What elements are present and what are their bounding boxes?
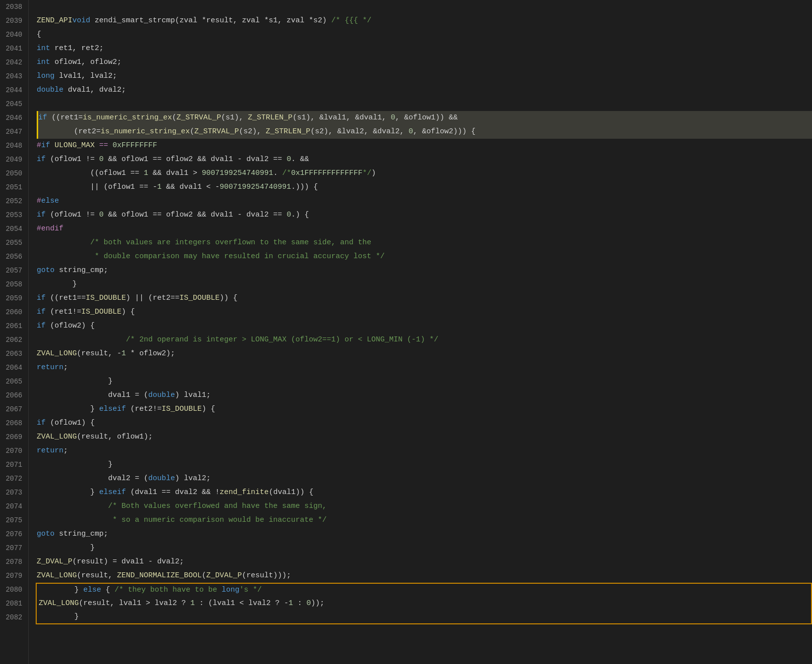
line-number: 2046 [4, 111, 22, 125]
code-line: /* 2nd operand is integer > LONG_MAX (of… [37, 333, 812, 347]
code-line: /* both values are integers overflown to… [37, 236, 812, 250]
line-number: 2079 [4, 569, 22, 583]
line-number: 2067 [4, 402, 22, 416]
line-number: 2078 [4, 555, 22, 569]
line-number: 2069 [4, 430, 22, 444]
line-number: 2070 [4, 444, 22, 458]
line-number: 2045 [4, 97, 22, 111]
code-line: goto string_cmp; [37, 264, 812, 277]
line-number: 2080 [4, 583, 22, 597]
code-line: ZEND_API void zendi_smart_strcmp(zval *r… [37, 14, 812, 28]
code-line: dval1 = (double) lval1; [37, 388, 812, 402]
line-number: 2075 [4, 513, 22, 527]
code-line: * so a numeric comparison would be inacc… [37, 513, 812, 527]
code-line: #endif [37, 222, 812, 236]
code-line: } else if (ret2!=IS_DOUBLE) { [37, 402, 812, 416]
line-number: 2057 [4, 264, 22, 277]
line-number: 2058 [4, 277, 22, 291]
line-number: 2038 [4, 0, 22, 14]
line-number: 2044 [4, 83, 22, 97]
line-number: 2065 [4, 375, 22, 388]
line-number: 2068 [4, 416, 22, 430]
code-line: ZVAL_LONG(result, -1 * oflow2); [37, 347, 812, 361]
code-line: #if ULONG_MAX == 0xFFFFFFFF [37, 139, 812, 153]
line-number: 2053 [4, 208, 22, 222]
code-line: } [36, 610, 812, 624]
code-line: (ret2=is_numeric_string_ex(Z_STRVAL_P(s2… [37, 125, 812, 139]
line-number: 2040 [4, 28, 22, 42]
code-line: } [37, 541, 812, 555]
line-number: 2039 [4, 14, 22, 28]
line-number: 2043 [4, 69, 22, 83]
line-number: 2055 [4, 236, 22, 250]
line-number: 2062 [4, 333, 22, 347]
line-number: 2059 [4, 291, 22, 305]
code-line: double dval1, dval2; [37, 83, 812, 97]
code-line: ZVAL_LONG(result, oflow1); [37, 430, 812, 444]
code-line: long lval1, lval2; [37, 69, 812, 83]
line-number: 2061 [4, 319, 22, 333]
code-line: int ret1, ret2; [37, 42, 812, 55]
code-line: if (oflow2) { [37, 319, 812, 333]
code-line: int oflow1, oflow2; [37, 55, 812, 69]
line-number: 2076 [4, 527, 22, 541]
code-line: } else { /* they both have to be long's … [36, 583, 812, 597]
code-line: * double comparison may have resulted in… [37, 250, 812, 264]
code-line: #else [37, 194, 812, 208]
line-number: 2072 [4, 472, 22, 486]
code-line: } [37, 375, 812, 388]
line-number: 2082 [4, 610, 22, 624]
code-line: if (oflow1) { [37, 416, 812, 430]
code-line: if ((ret1=is_numeric_string_ex(Z_STRVAL_… [37, 111, 812, 125]
line-number: 2050 [4, 166, 22, 180]
line-number: 2066 [4, 388, 22, 402]
code-line: if (oflow1 != 0 && oflow1 == oflow2 && d… [37, 153, 812, 166]
code-line: || (oflow1 == -1 && dval1 < -90071992547… [37, 180, 812, 194]
line-number: 2077 [4, 541, 22, 555]
code-line: } [37, 458, 812, 472]
code-container: 2038203920402041204220432044204520462047… [0, 0, 812, 664]
line-number: 2071 [4, 458, 22, 472]
code-line [37, 0, 812, 14]
line-number: 2049 [4, 153, 22, 166]
line-number: 2064 [4, 361, 22, 375]
line-number: 2051 [4, 180, 22, 194]
code-line: dval2 = (double) lval2; [37, 472, 812, 486]
line-numbers: 2038203920402041204220432044204520462047… [0, 0, 29, 664]
code-line: return; [37, 444, 812, 458]
code-line: ZVAL_LONG(result, lval1 > lval2 ? 1 : (l… [36, 597, 812, 610]
line-number: 2073 [4, 486, 22, 499]
code-line [37, 97, 812, 111]
code-line: ZVAL_LONG(result, ZEND_NORMALIZE_BOOL(Z_… [37, 569, 812, 583]
code-line: Z_DVAL_P(result) = dval1 - dval2; [37, 555, 812, 569]
code-line: if (oflow1 != 0 && oflow1 == oflow2 && d… [37, 208, 812, 222]
line-number: 2054 [4, 222, 22, 236]
line-number: 2042 [4, 55, 22, 69]
code-line: ((oflow1 == 1 && dval1 > 900719925474099… [37, 166, 812, 180]
code-line: return; [37, 361, 812, 375]
code-line: if ((ret1==IS_DOUBLE) || (ret2==IS_DOUBL… [37, 291, 812, 305]
code-line: goto string_cmp; [37, 527, 812, 541]
code-line: /* Both values overflowed and have the s… [37, 499, 812, 513]
code-line: { [37, 28, 812, 42]
code-line: } else if (dval1 == dval2 && !zend_finit… [37, 486, 812, 499]
line-number: 2081 [4, 597, 22, 610]
code-line: if (ret1!=IS_DOUBLE) { [37, 305, 812, 319]
line-number: 2060 [4, 305, 22, 319]
line-number: 2041 [4, 42, 22, 55]
line-number: 2056 [4, 250, 22, 264]
code-content[interactable]: ZEND_API void zendi_smart_strcmp(zval *r… [29, 0, 812, 664]
code-line: } [37, 277, 812, 291]
line-number: 2074 [4, 499, 22, 513]
line-number: 2048 [4, 139, 22, 153]
line-number: 2047 [4, 125, 22, 139]
line-number: 2052 [4, 194, 22, 208]
line-number: 2063 [4, 347, 22, 361]
